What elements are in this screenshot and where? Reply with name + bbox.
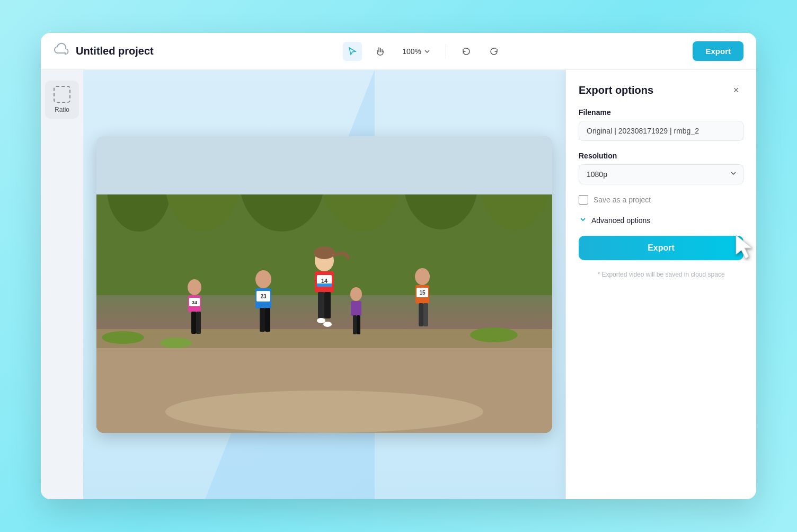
- zoom-value: 100%: [402, 47, 421, 56]
- svg-text:34: 34: [192, 300, 197, 305]
- panel-title: Export options: [579, 84, 653, 96]
- svg-rect-41: [353, 315, 357, 334]
- svg-text:15: 15: [419, 290, 426, 296]
- svg-point-33: [415, 268, 430, 285]
- export-note: * Exported video will be saved in cloud …: [579, 271, 743, 278]
- svg-rect-38: [423, 303, 428, 326]
- svg-rect-40: [351, 301, 361, 316]
- advanced-options-label: Advanced options: [591, 216, 650, 225]
- filename-input[interactable]: [579, 121, 743, 141]
- svg-rect-18: [324, 292, 331, 318]
- app-window: Untitled project 100%: [41, 33, 756, 499]
- redo-button[interactable]: [484, 42, 503, 61]
- svg-rect-17: [318, 292, 324, 318]
- header-center: 100%: [154, 42, 693, 61]
- svg-point-44: [470, 327, 518, 342]
- save-as-project-label: Save as a project: [594, 196, 651, 204]
- export-button-container: Export: [579, 236, 743, 260]
- resolution-label: Resolution: [579, 152, 743, 160]
- svg-text:23: 23: [260, 294, 267, 299]
- export-panel: Export options × Filename Resolution 720…: [565, 70, 756, 499]
- header-right: Export: [693, 41, 743, 61]
- undo-button[interactable]: [457, 42, 476, 61]
- svg-rect-25: [260, 308, 265, 332]
- panel-header: Export options ×: [579, 83, 743, 97]
- svg-rect-32: [196, 312, 201, 334]
- video-frame: 14 23: [96, 136, 552, 433]
- filename-label: Filename: [579, 108, 743, 117]
- svg-text:14: 14: [321, 278, 328, 284]
- svg-point-21: [255, 270, 271, 288]
- left-sidebar: Ratio: [41, 70, 83, 499]
- save-as-project-checkbox[interactable]: [579, 195, 588, 205]
- header-export-button[interactable]: Export: [693, 41, 743, 61]
- advanced-chevron-icon: [579, 215, 587, 225]
- resolution-select-wrapper: 720p 1080p 4K: [579, 164, 743, 184]
- svg-rect-16: [317, 283, 332, 287]
- resolution-select[interactable]: 720p 1080p 4K: [579, 164, 743, 184]
- pointer-tool-button[interactable]: [343, 42, 362, 61]
- advanced-options-row[interactable]: Advanced options: [579, 215, 743, 225]
- svg-rect-42: [357, 315, 360, 334]
- ratio-button[interactable]: Ratio: [45, 81, 79, 119]
- export-button[interactable]: Export: [579, 236, 743, 260]
- svg-point-45: [160, 338, 192, 348]
- runners-svg: 14 23: [96, 136, 552, 433]
- svg-point-39: [350, 287, 362, 301]
- svg-point-12: [314, 246, 335, 259]
- ratio-label: Ratio: [55, 106, 69, 113]
- resolution-group: Resolution 720p 1080p 4K: [579, 152, 743, 184]
- save-as-project-row: Save as a project: [579, 195, 743, 205]
- hand-tool-button[interactable]: [370, 42, 389, 61]
- toolbar-divider: [446, 44, 446, 59]
- header-left: Untitled project: [54, 42, 154, 60]
- svg-point-10: [165, 391, 483, 433]
- svg-point-27: [188, 279, 201, 295]
- header: Untitled project 100%: [41, 33, 756, 70]
- ratio-icon: [54, 86, 70, 103]
- svg-rect-7: [96, 136, 552, 194]
- cloud-icon: [54, 42, 69, 60]
- svg-rect-37: [419, 303, 423, 326]
- main-content: Ratio: [41, 70, 756, 499]
- svg-point-20: [323, 322, 332, 327]
- zoom-selector[interactable]: 100%: [398, 45, 435, 58]
- filename-group: Filename: [579, 108, 743, 141]
- close-panel-button[interactable]: ×: [729, 83, 743, 97]
- canvas-area: 14 23: [83, 70, 565, 499]
- svg-point-19: [317, 318, 325, 323]
- svg-rect-26: [265, 308, 270, 332]
- svg-point-43: [102, 331, 144, 344]
- runner-scene: 14 23: [96, 136, 552, 433]
- svg-rect-31: [191, 312, 196, 334]
- project-title: Untitled project: [76, 45, 154, 57]
